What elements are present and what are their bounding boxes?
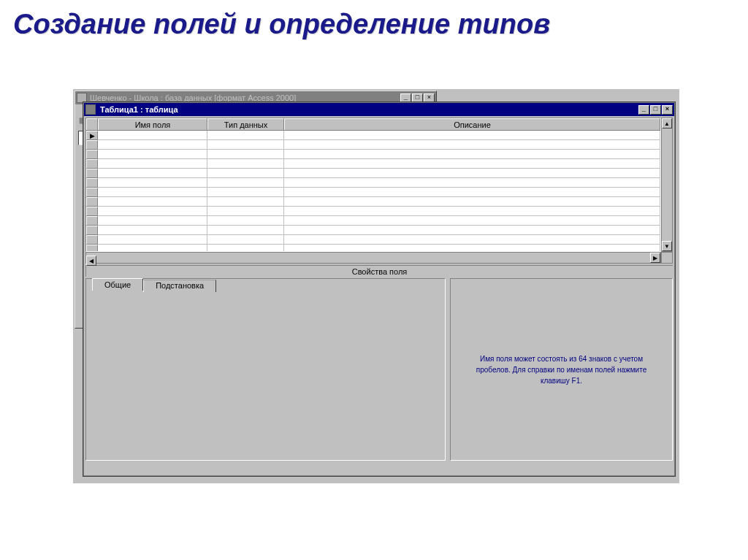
cell-description[interactable]: [284, 235, 660, 245]
vertical-scrollbar[interactable]: ▲ ▼: [661, 118, 673, 252]
table-titlebar[interactable]: Таблица1 : таблица _ □ ×: [84, 103, 674, 116]
scroll-right-button[interactable]: ▶: [650, 253, 660, 263]
table-row[interactable]: ▶: [86, 131, 660, 140]
grid-rows: ▶: [86, 131, 660, 252]
db-maximize-button[interactable]: □: [412, 93, 423, 103]
table-row[interactable]: [86, 140, 660, 150]
row-selector[interactable]: [86, 178, 98, 188]
horizontal-scrollbar[interactable]: ◀ ▶: [85, 252, 661, 264]
hint-text: Имя поля может состоять из 64 знаков с у…: [463, 353, 660, 386]
cell-data-type[interactable]: [207, 131, 284, 140]
cell-data-type[interactable]: [207, 150, 284, 159]
table-close-button[interactable]: ×: [662, 105, 673, 115]
cell-field-name[interactable]: [98, 226, 207, 235]
cell-description[interactable]: [284, 178, 660, 188]
table-row[interactable]: [86, 197, 660, 207]
table-row[interactable]: [86, 150, 660, 159]
cell-field-name[interactable]: [98, 159, 207, 169]
cell-data-type[interactable]: [207, 245, 284, 252]
row-selector[interactable]: [86, 140, 98, 150]
table-row[interactable]: [86, 216, 660, 226]
table-row[interactable]: [86, 188, 660, 197]
row-selector[interactable]: [86, 150, 98, 159]
database-icon: [77, 93, 87, 103]
cell-description[interactable]: [284, 140, 660, 150]
properties-area: Общие Подстановка Имя поля может состоят…: [85, 278, 673, 461]
properties-panel: Общие Подстановка: [85, 278, 446, 461]
cell-field-name[interactable]: [98, 216, 207, 226]
row-selector[interactable]: [86, 216, 98, 226]
row-selector[interactable]: [86, 207, 98, 216]
cell-description[interactable]: [284, 188, 660, 197]
cell-data-type[interactable]: [207, 188, 284, 197]
cell-data-type[interactable]: [207, 235, 284, 245]
row-selector-header[interactable]: [86, 118, 98, 130]
cell-field-name[interactable]: [98, 188, 207, 197]
field-grid-area: Имя поля Тип данных Описание ▶: [85, 118, 673, 264]
table-design-window: Таблица1 : таблица _ □ × Имя поля Тип да…: [83, 102, 675, 476]
table-minimize-button[interactable]: _: [638, 105, 649, 115]
table-row[interactable]: [86, 207, 660, 216]
cell-field-name[interactable]: [98, 178, 207, 188]
cell-data-type[interactable]: [207, 169, 284, 178]
col-field-name[interactable]: Имя поля: [98, 118, 207, 130]
cell-field-name[interactable]: [98, 169, 207, 178]
grid-header-row: Имя поля Тип данных Описание: [86, 118, 660, 131]
cell-data-type[interactable]: [207, 197, 284, 207]
cell-field-name[interactable]: [98, 245, 207, 252]
db-close-button[interactable]: ×: [424, 93, 435, 103]
cell-field-name[interactable]: [98, 235, 207, 245]
cell-field-name[interactable]: [98, 197, 207, 207]
cell-description[interactable]: [284, 159, 660, 169]
row-selector[interactable]: [86, 197, 98, 207]
cell-description[interactable]: [284, 207, 660, 216]
scroll-left-button[interactable]: ◀: [86, 256, 96, 266]
cell-field-name[interactable]: [98, 207, 207, 216]
current-row-marker[interactable]: ▶: [86, 131, 98, 140]
size-grip[interactable]: [661, 252, 673, 264]
table-row[interactable]: [86, 178, 660, 188]
table-row[interactable]: [86, 226, 660, 235]
row-selector[interactable]: [86, 188, 98, 197]
db-minimize-button[interactable]: _: [400, 93, 411, 103]
cell-data-type[interactable]: [207, 140, 284, 150]
table-row[interactable]: [86, 169, 660, 178]
cell-description[interactable]: [284, 131, 660, 140]
row-selector[interactable]: [86, 235, 98, 245]
scroll-up-button[interactable]: ▲: [662, 118, 672, 129]
table-row[interactable]: [86, 245, 660, 252]
table-maximize-button[interactable]: □: [650, 105, 661, 115]
cell-field-name[interactable]: [98, 150, 207, 159]
table-title: Таблица1 : таблица: [99, 105, 638, 114]
hint-panel: Имя поля может состоять из 64 знаков с у…: [450, 278, 673, 461]
tab-lookup[interactable]: Подстановка: [143, 280, 216, 292]
database-title: Шевченко - Школа : база данных [формат A…: [90, 93, 400, 102]
cell-data-type[interactable]: [207, 207, 284, 216]
cell-field-name[interactable]: [98, 140, 207, 150]
col-description[interactable]: Описание: [284, 118, 660, 130]
table-row[interactable]: [86, 235, 660, 245]
properties-section-label: Свойства поля: [85, 265, 673, 277]
slide-title: Создание полей и определение типов: [0, 0, 748, 40]
cell-description[interactable]: [284, 169, 660, 178]
cell-description[interactable]: [284, 245, 660, 252]
cell-data-type[interactable]: [207, 216, 284, 226]
field-grid[interactable]: Имя поля Тип данных Описание ▶: [85, 118, 661, 252]
row-selector[interactable]: [86, 226, 98, 235]
cell-data-type[interactable]: [207, 159, 284, 169]
table-icon: [85, 104, 96, 115]
tab-general[interactable]: Общие: [92, 278, 143, 291]
scroll-down-button[interactable]: ▼: [662, 241, 672, 251]
cell-data-type[interactable]: [207, 178, 284, 188]
col-data-type[interactable]: Тип данных: [207, 118, 284, 130]
cell-description[interactable]: [284, 197, 660, 207]
cell-field-name[interactable]: [98, 131, 207, 140]
cell-description[interactable]: [284, 216, 660, 226]
row-selector[interactable]: [86, 159, 98, 169]
cell-description[interactable]: [284, 150, 660, 159]
table-row[interactable]: [86, 159, 660, 169]
cell-description[interactable]: [284, 226, 660, 235]
row-selector[interactable]: [86, 169, 98, 178]
row-selector[interactable]: [86, 245, 98, 252]
cell-data-type[interactable]: [207, 226, 284, 235]
